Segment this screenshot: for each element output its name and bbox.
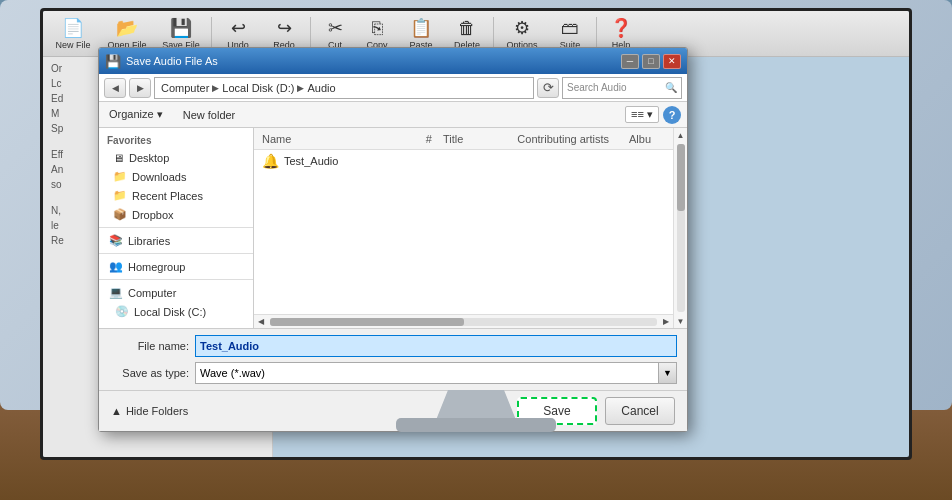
dialog-file-toolbar: Organize ▾ New folder ≡≡ ▾ ? — [99, 102, 687, 128]
recent-places-icon: 📁 — [113, 189, 127, 202]
savetype-select[interactable]: Wave (*.wav) ▼ — [195, 362, 677, 384]
path-audio: Audio — [307, 82, 335, 94]
nav-separator-2 — [99, 253, 253, 254]
list-item[interactable]: 🔔 Test_Audio — [254, 150, 673, 172]
scroll-thumb[interactable] — [270, 318, 464, 326]
nav-item-recent-places[interactable]: 📁 Recent Places — [99, 186, 253, 205]
search-placeholder: Search Audio — [567, 82, 627, 93]
scroll-up-btn[interactable]: ▲ — [674, 128, 688, 142]
delete-icon: 🗑 — [458, 18, 476, 39]
scroll-left-btn[interactable]: ◀ — [254, 315, 268, 329]
search-icon[interactable]: 🔍 — [665, 82, 677, 93]
savetype-row: Save as type: Wave (*.wav) ▼ — [109, 362, 677, 384]
save-dialog: 💾 Save Audio File As ─ □ ✕ — [98, 47, 688, 432]
dialog-maximize-btn[interactable]: □ — [642, 54, 660, 69]
nav-separator-1 — [99, 227, 253, 228]
dialog-title-text: Save Audio File As — [126, 55, 218, 67]
libraries-label: Libraries — [128, 235, 170, 247]
dropbox-icon: 📦 — [113, 208, 127, 221]
new-folder-button[interactable]: New folder — [175, 107, 244, 123]
libraries-icon: 📚 — [109, 234, 123, 247]
nav-separator-3 — [99, 279, 253, 280]
homegroup-label: Homegroup — [128, 261, 185, 273]
col-name[interactable]: Name — [258, 133, 415, 145]
col-hash: # — [415, 133, 443, 145]
vertical-scrollbar[interactable]: ▲ ▼ — [673, 128, 687, 328]
local-disk-icon: 💿 — [115, 305, 129, 318]
monitor-base — [396, 418, 556, 432]
nav-item-homegroup[interactable]: 👥 Homegroup — [99, 257, 253, 276]
scroll-right-btn[interactable]: ▶ — [659, 315, 673, 329]
new-folder-label: New folder — [183, 109, 236, 121]
v-scroll-track — [677, 144, 685, 312]
v-scroll-thumb[interactable] — [677, 144, 685, 211]
desktop-icon: 🖥 — [113, 152, 124, 164]
computer-label: Computer — [128, 287, 176, 299]
organize-label: Organize ▾ — [109, 108, 163, 121]
organize-button[interactable]: Organize ▾ — [105, 106, 167, 123]
hide-folders-button[interactable]: ▲ Hide Folders — [111, 405, 188, 417]
nav-item-dropbox[interactable]: 📦 Dropbox — [99, 205, 253, 224]
col-album: Albu — [629, 133, 669, 145]
file-pane-wrapper: Name # Title Contributing artists Albu 🔔… — [254, 128, 673, 328]
refresh-icon: ⟳ — [543, 80, 554, 95]
nav-pane: Favorites 🖥 Desktop 📁 Downloads 📁 Recent… — [99, 128, 254, 328]
dialog-titlebar: 💾 Save Audio File As ─ □ ✕ — [99, 48, 687, 74]
cancel-label: Cancel — [621, 404, 658, 418]
audio-file-name: Test_Audio — [284, 155, 338, 167]
new-file-icon: 📄 — [62, 17, 84, 39]
dropbox-label: Dropbox — [132, 209, 174, 221]
filename-label: File name: — [109, 340, 189, 352]
scroll-down-btn[interactable]: ▼ — [674, 314, 688, 328]
dialog-body: Favorites 🖥 Desktop 📁 Downloads 📁 Recent… — [99, 128, 687, 328]
save-label: Save — [543, 404, 570, 418]
dialog-breadcrumb-bar: ◀ ▶ Computer ▶ Local Disk (D:) ▶ Audio ⟳… — [99, 74, 687, 102]
close-icon: ✕ — [668, 56, 676, 66]
savetype-label: Save as type: — [109, 367, 189, 379]
local-disk-label: Local Disk (C:) — [134, 306, 206, 318]
forward-icon: ▶ — [137, 83, 144, 93]
view-toggle-button[interactable]: ≡≡ ▾ — [625, 106, 659, 123]
back-icon: ◀ — [112, 83, 119, 93]
monitor-stand — [436, 390, 516, 420]
horizontal-scrollbar[interactable]: ◀ ▶ — [254, 314, 673, 328]
toolbar-help-button[interactable]: ? — [663, 106, 681, 124]
copy-icon: ⎘ — [372, 18, 383, 39]
toolbar-divider-3 — [493, 17, 494, 51]
dialog-footer: ▲ Hide Folders Save Cancel — [99, 390, 687, 431]
suite-icon: 🗃 — [561, 18, 579, 39]
forward-button[interactable]: ▶ — [129, 78, 151, 98]
toolbar-right-area: ≡≡ ▾ ? — [625, 106, 681, 124]
cancel-button[interactable]: Cancel — [605, 397, 675, 425]
save-file-icon: 💾 — [170, 17, 192, 39]
filename-input[interactable] — [195, 335, 677, 357]
dialog-minimize-btn[interactable]: ─ — [621, 54, 639, 69]
maximize-icon: □ — [648, 56, 653, 66]
open-file-icon: 📂 — [116, 17, 138, 39]
nav-item-downloads[interactable]: 📁 Downloads — [99, 167, 253, 186]
savetype-arrow: ▼ — [658, 363, 676, 383]
path-arrow-1: ▶ — [212, 83, 219, 93]
favorites-header: Favorites — [99, 132, 253, 149]
nav-item-libraries[interactable]: 📚 Libraries — [99, 231, 253, 250]
hide-folders-label: Hide Folders — [126, 405, 188, 417]
dialog-window-controls: ─ □ ✕ — [621, 54, 681, 69]
help-icon: ❓ — [610, 17, 632, 39]
filename-row: File name: — [109, 335, 677, 357]
help-circle-icon: ? — [669, 109, 676, 121]
downloads-icon: 📁 — [113, 170, 127, 183]
recent-places-label: Recent Places — [132, 190, 203, 202]
dialog-close-btn[interactable]: ✕ — [663, 54, 681, 69]
savetype-value: Wave (*.wav) — [196, 367, 269, 379]
nav-item-desktop[interactable]: 🖥 Desktop — [99, 149, 253, 167]
refresh-button[interactable]: ⟳ — [537, 78, 559, 98]
nav-item-computer[interactable]: 💻 Computer — [99, 283, 253, 302]
search-box: Search Audio 🔍 — [562, 77, 682, 99]
minimize-icon: ─ — [627, 56, 633, 66]
toolbar-new-file[interactable]: 📄 New File — [47, 14, 99, 54]
path-arrow-2: ▶ — [297, 83, 304, 93]
back-button[interactable]: ◀ — [104, 78, 126, 98]
toolbar-divider-1 — [211, 17, 212, 51]
desktop-label: Desktop — [129, 152, 169, 164]
nav-item-local-disk[interactable]: 💿 Local Disk (C:) — [99, 302, 253, 321]
